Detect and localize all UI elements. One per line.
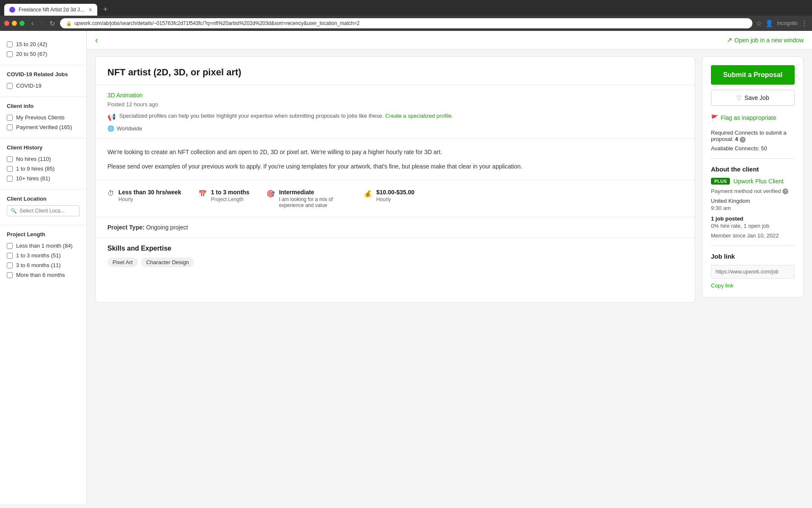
job-hours-detail: ⏱ Less than 30 hrs/week Hourly bbox=[107, 189, 181, 208]
job-rate-detail: 💰 $10.00-$35.00 Hourly bbox=[364, 189, 414, 208]
tab-close-button[interactable]: × bbox=[89, 6, 92, 13]
filter-3-to-6-months-label: 3 to 6 months (11) bbox=[16, 262, 61, 268]
maximize-window-button[interactable] bbox=[19, 21, 25, 26]
filter-payment-verified-checkbox[interactable] bbox=[7, 124, 13, 130]
filter-1-to-3-months-checkbox[interactable] bbox=[7, 253, 13, 259]
filter-10-plus-hires-checkbox[interactable] bbox=[7, 176, 13, 182]
filter-more-than-6-months-checkbox[interactable] bbox=[7, 272, 13, 278]
create-profile-link[interactable]: Create a specialized profile. bbox=[385, 113, 453, 119]
skill-tag-character-design[interactable]: Character Design bbox=[141, 257, 194, 267]
skill-tag-pixel-art[interactable]: Pixel Art bbox=[107, 257, 138, 267]
job-description-para-2: Please send over examples of your previo… bbox=[107, 162, 683, 171]
hire-rate: 0% hire rate, 1 open job bbox=[711, 223, 795, 229]
filter-1-to-9-hires-checkbox[interactable] bbox=[7, 166, 13, 172]
filter-15-to-20[interactable]: 15 to 20 (42) bbox=[7, 39, 80, 49]
menu-button[interactable]: ⋮ bbox=[801, 19, 808, 28]
job-details-row: ⏱ Less than 30 hrs/week Hourly 📅 1 to 3 … bbox=[96, 180, 695, 217]
job-meta: 3D Animation Posted 12 hours ago 📢 Speci… bbox=[96, 85, 695, 139]
filter-covid-checkbox[interactable] bbox=[7, 83, 13, 89]
main-top-bar: ‹ ↗ Open job in a new window bbox=[87, 31, 812, 50]
tab-title: Freelance Nft Artist 2d 3d Job... bbox=[19, 7, 85, 13]
client-info-title: Client info bbox=[7, 103, 80, 109]
save-job-button[interactable]: ♡ Save Job bbox=[711, 90, 795, 106]
submit-proposal-button[interactable]: Submit a Proposal bbox=[711, 65, 795, 85]
open-new-window-link[interactable]: ↗ Open job in a new window bbox=[727, 36, 804, 44]
client-location-input[interactable] bbox=[19, 208, 76, 214]
back-nav-button[interactable]: ‹ bbox=[30, 19, 35, 28]
globe-icon: 🌐 bbox=[107, 125, 114, 132]
job-level-detail: 🎯 Intermediate I am looking for a mix of… bbox=[266, 189, 347, 208]
flag-icon: 🚩 bbox=[711, 114, 718, 121]
minimize-window-button[interactable] bbox=[12, 21, 17, 26]
filter-3-to-6-months[interactable]: 3 to 6 months (11) bbox=[7, 260, 80, 270]
copy-link-button[interactable]: Copy link bbox=[711, 282, 733, 289]
covid-section-title: COVID-19 Related Jobs bbox=[7, 71, 80, 77]
job-level-value: Intermediate bbox=[279, 189, 347, 196]
filter-1-to-9-hires[interactable]: 1 to 9 hires (85) bbox=[7, 164, 80, 174]
payment-status-text: Payment method not verified bbox=[711, 188, 781, 194]
filter-no-hires-checkbox[interactable] bbox=[7, 156, 13, 162]
job-location: 🌐 Worldwide bbox=[107, 125, 683, 132]
filter-payment-verified[interactable]: Payment Verified (165) bbox=[7, 122, 80, 132]
filter-15-to-20-label: 15 to 20 (42) bbox=[16, 41, 47, 47]
filter-15-to-20-checkbox[interactable] bbox=[7, 41, 13, 47]
back-button[interactable]: ‹ bbox=[95, 35, 98, 45]
payment-status: Payment method not verified ? bbox=[711, 188, 795, 194]
filter-20-to-50[interactable]: 20 to 50 (67) bbox=[7, 49, 80, 59]
filter-no-hires[interactable]: No hires (110) bbox=[7, 154, 80, 164]
filter-3-to-6-months-checkbox[interactable] bbox=[7, 262, 13, 268]
job-category[interactable]: 3D Animation bbox=[107, 92, 683, 99]
connects-help-icon[interactable]: ? bbox=[740, 137, 746, 143]
filter-less-than-1-month-checkbox[interactable] bbox=[7, 243, 13, 249]
profile-icon[interactable]: 👤 bbox=[765, 19, 774, 28]
calendar-icon: 📅 bbox=[198, 190, 207, 198]
filter-less-than-1-month[interactable]: Less than 1 month (84) bbox=[7, 241, 80, 251]
filter-10-plus-hires-label: 10+ hires (61) bbox=[16, 175, 50, 182]
megaphone-icon: 📢 bbox=[107, 113, 116, 121]
member-since: Member since Jan 10, 2022 bbox=[711, 232, 795, 239]
filter-no-hires-label: No hires (110) bbox=[16, 156, 51, 162]
browser-action-buttons: ☆ 👤 Incognito ⋮ bbox=[756, 19, 808, 28]
job-description-para-1: We're looking to create an NFT collectio… bbox=[107, 147, 683, 157]
client-location-search[interactable]: 🔍 bbox=[7, 205, 80, 216]
right-sidebar: Submit a Proposal ♡ Save Job 🚩 Flag as i… bbox=[702, 56, 804, 303]
main-content: ‹ ↗ Open job in a new window NFT artist … bbox=[87, 31, 812, 504]
active-tab[interactable]: Freelance Nft Artist 2d 3d Job... × bbox=[4, 4, 97, 16]
bookmark-icon[interactable]: ☆ bbox=[756, 19, 762, 28]
new-tab-button[interactable]: + bbox=[100, 3, 111, 16]
filter-1-to-9-hires-label: 1 to 9 hires (85) bbox=[16, 166, 55, 172]
money-icon: 💰 bbox=[364, 190, 372, 198]
window-controls bbox=[4, 21, 25, 26]
refresh-button[interactable]: ↻ bbox=[48, 19, 57, 28]
upwork-plus-client-name[interactable]: Upwork Plus Client bbox=[733, 178, 783, 185]
skills-section: Skills and Expertise Pixel Art Character… bbox=[96, 238, 695, 274]
price-filter-section: 15 to 20 (42) 20 to 50 (67) bbox=[0, 35, 86, 63]
address-bar[interactable]: 🔒 upwork.com/ab/jobs/search/details/~015… bbox=[60, 18, 753, 28]
heart-icon: ♡ bbox=[736, 94, 742, 101]
content-wrapper: NFT artist (2D, 3D, or pixel art) 3D Ani… bbox=[87, 50, 812, 309]
filter-20-to-50-checkbox[interactable] bbox=[7, 51, 13, 57]
filter-less-than-1-month-label: Less than 1 month (84) bbox=[16, 243, 73, 249]
job-hours-value: Less than 30 hrs/week bbox=[118, 189, 181, 196]
flag-inappropriate-link[interactable]: 🚩 Flag as inappropriate bbox=[711, 113, 795, 123]
client-history-title: Client History bbox=[7, 144, 80, 151]
filter-previous-clients[interactable]: My Previous Clients bbox=[7, 113, 80, 122]
filter-previous-clients-checkbox[interactable] bbox=[7, 115, 13, 121]
forward-nav-button[interactable]: › bbox=[38, 19, 44, 28]
filter-10-plus-hires[interactable]: 10+ hires (61) bbox=[7, 174, 80, 183]
client-location-section: Client Location 🔍 bbox=[0, 191, 86, 223]
payment-help-icon[interactable]: ? bbox=[782, 188, 788, 194]
required-connects-text: Required Connects to submit a proposal: … bbox=[711, 130, 786, 142]
security-lock-icon: 🔒 bbox=[66, 21, 72, 26]
job-duration-label: Project Length bbox=[211, 196, 250, 202]
filter-more-than-6-months[interactable]: More than 6 months bbox=[7, 270, 80, 280]
client-info-section: Client info My Previous Clients Payment … bbox=[0, 99, 86, 136]
filter-covid[interactable]: COVID-19 bbox=[7, 81, 80, 91]
job-title: NFT artist (2D, 3D, or pixel art) bbox=[107, 67, 683, 78]
job-notice-banner: 📢 Specialized profiles can help you bett… bbox=[107, 113, 683, 121]
close-window-button[interactable] bbox=[4, 21, 9, 26]
job-duration-detail: 📅 1 to 3 months Project Length bbox=[198, 189, 250, 208]
filter-1-to-3-months[interactable]: 1 to 3 months (51) bbox=[7, 251, 80, 260]
connects-count: 4 bbox=[735, 136, 738, 142]
job-location-text: Worldwide bbox=[117, 125, 142, 132]
